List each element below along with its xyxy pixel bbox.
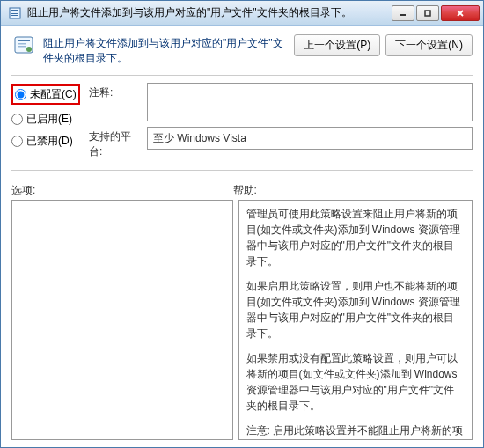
minimize-button[interactable] [392,5,414,21]
platform-value: 至少 Windows Vista [147,127,473,150]
nav-buttons: 上一个设置(P) 下一个设置(N) [294,33,473,56]
maximize-button[interactable] [416,5,439,21]
radio-not-configured-input[interactable] [15,89,26,100]
platform-label: 支持的平台: [89,127,142,159]
svg-rect-5 [425,11,430,16]
svg-rect-2 [11,13,18,14]
policy-icon [11,33,36,57]
platform-row: 支持的平台: 至少 Windows Vista [89,127,473,159]
titlebar-icon [8,6,22,20]
radio-disabled[interactable]: 已禁用(D) [11,134,80,149]
divider-2 [11,170,473,171]
panel-labels: 选项: 帮助: [11,183,473,198]
radio-not-configured[interactable]: 未配置(C) [11,84,80,105]
radio-group: 未配置(C) 已启用(E) 已禁用(D) [11,83,80,159]
comment-input[interactable] [147,83,473,121]
next-setting-button[interactable]: 下一个设置(N) [385,34,473,56]
svg-point-10 [26,47,32,52]
options-panel [11,200,233,440]
radio-enabled-label: 已启用(E) [26,112,72,127]
titlebar-text: 阻止用户将文件添加到与该用户对应的"用户文件"文件夹的根目录下。 [27,5,392,20]
radio-enabled[interactable]: 已启用(E) [11,112,80,127]
svg-rect-7 [18,40,30,41]
titlebar: 阻止用户将文件添加到与该用户对应的"用户文件"文件夹的根目录下。 [1,1,483,26]
config-area: 未配置(C) 已启用(E) 已禁用(D) 注释: 支持的平台: [11,83,473,159]
policy-dialog: 阻止用户将文件添加到与该用户对应的"用户文件"文件夹的根目录下。 阻止用户将文件… [0,0,484,448]
content-area: 阻止用户将文件添加到与该用户对应的"用户文件"文件夹的根目录下。 上一个设置(P… [1,26,483,447]
window-controls [392,5,480,21]
close-button[interactable] [441,5,480,21]
radio-not-configured-label: 未配置(C) [30,87,77,102]
help-label: 帮助: [233,183,257,198]
comment-row: 注释: [89,83,473,121]
help-paragraph: 如果启用此策略设置，则用户也不能将新的项目(如文件或文件夹)添加到 Window… [246,278,465,342]
svg-rect-1 [11,10,18,11]
svg-rect-9 [18,46,26,48]
help-panel[interactable]: 管理员可使用此策略设置来阻止用户将新的项目(如文件或文件夹)添加到 Window… [238,200,473,440]
options-label: 选项: [11,183,233,198]
policy-title: 阻止用户将文件添加到与该用户对应的"用户文件"文件夹的根目录下。 [43,33,287,66]
svg-rect-8 [18,43,26,45]
divider [11,75,473,76]
radio-disabled-input[interactable] [11,136,23,147]
radio-enabled-input[interactable] [11,114,23,125]
help-paragraph: 如果禁用或没有配置此策略设置，则用户可以将新的项目(如文件或文件夹)添加到 Wi… [246,350,465,414]
radio-disabled-label: 已禁用(D) [26,134,73,149]
previous-setting-button[interactable]: 上一个设置(P) [294,34,380,56]
help-paragraph: 管理员可使用此策略设置来阻止用户将新的项目(如文件或文件夹)添加到 Window… [246,206,465,269]
fields-col: 注释: 支持的平台: 至少 Windows Vista [89,83,473,159]
comment-label: 注释: [89,83,142,100]
panels: 管理员可使用此策略设置来阻止用户将新的项目(如文件或文件夹)添加到 Window… [11,200,473,440]
svg-rect-4 [400,14,406,16]
svg-rect-3 [11,15,18,16]
header-row: 阻止用户将文件添加到与该用户对应的"用户文件"文件夹的根目录下。 上一个设置(P… [11,33,473,66]
help-paragraph: 注意: 启用此策略设置并不能阻止用户将新的项目(如文件和文件夹)添加到 %use… [246,422,465,440]
